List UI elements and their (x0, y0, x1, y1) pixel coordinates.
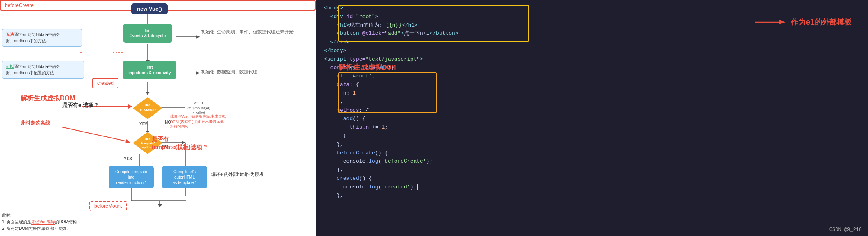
has-el-diamond: Has 'el' option? (132, 96, 163, 120)
red-arrow-icon (755, 18, 788, 26)
code-line-16: } (324, 132, 860, 141)
code-content: 作为el的外部模板 解析生成虚拟DOM <body> <div id="root… (316, 0, 868, 236)
code-line-12: }, (324, 98, 860, 107)
code-line-19: console.log('beforeCreate'); (324, 157, 860, 166)
compile-template-node: Compile template into render function * (109, 166, 154, 188)
lifecycle-diagram: new Vue() Init Events & Lifecycle Init i… (0, 0, 316, 236)
code-line-20: }, (324, 166, 860, 175)
code-editor-panel: 作为el的外部模板 解析生成虚拟DOM <body> <div id="root… (316, 0, 868, 236)
code-line-11: n: 1 (324, 89, 860, 98)
init-events-annotation: 初始化: 生命周期、事件、但数据代理还未开始. (201, 29, 295, 35)
before-mount-node: beforeMount (89, 201, 127, 211)
code-line-8: const vm = new Vue({ (324, 64, 860, 73)
code-line-22: console.log('created'); (324, 183, 860, 192)
parse-cn-text: 解析生成虚拟DOM (21, 94, 75, 103)
yes-label-2: YES (124, 157, 132, 161)
svg-marker-11 (196, 71, 200, 75)
svg-marker-29 (125, 139, 130, 143)
code-line-1: <body> (324, 4, 860, 13)
code-line-21: created() { (324, 175, 860, 183)
svg-marker-9 (196, 35, 200, 39)
svg-marker-4 (146, 92, 150, 95)
svg-text:Has: Has (145, 137, 150, 141)
svg-marker-38 (779, 20, 786, 24)
code-line-9: el: '#root', (324, 72, 860, 81)
new-vue-node: new Vue() (131, 3, 168, 14)
code-line-18: beforeCreate() { (324, 149, 860, 158)
vue-parse-annotation: 此阶段Vue开始解析模板,生成虚拟DOM (内存中),页面还不能显示解析好的内容… (170, 114, 226, 129)
code-line-6: </body> (324, 47, 860, 55)
annotation-before-create: 无法通过vm访问到data中的数据、methods中的方法. (2, 29, 82, 47)
parse-overlay-text: 解析生成虚拟DOM (338, 62, 396, 72)
csdn-watermark: CSDN @9_216 (829, 227, 862, 233)
code-line-13: methods: { (324, 107, 860, 115)
compile-outer-node: Compile el's outerHTML as template * (162, 166, 207, 188)
code-line-17: }, (324, 141, 860, 149)
svg-text:'el' option?: 'el' option? (139, 108, 156, 111)
code-line-23: }, (324, 192, 860, 200)
this-line-text: 此时走这条线 (21, 120, 50, 127)
svg-marker-25 (158, 204, 162, 207)
created-node: created (92, 78, 118, 88)
svg-line-28 (62, 127, 127, 141)
annotation-created: 可以通过vm访问到data中的数据、methods中配置的方法. (2, 61, 84, 79)
code-line-10: data: { (324, 81, 860, 89)
init-inject-annotation: 初始化: 数据监测、数据代理. (201, 69, 259, 75)
init-inject-node: Init injections & reactivity (123, 61, 176, 79)
code-line-14: add() { (324, 115, 860, 123)
code-line-4: <button @click="add">点一下n+1</button> (324, 30, 860, 38)
yes-label-1: YES (139, 122, 148, 126)
compile-outer-cn-text: 编译el的外部html作为模板 (211, 171, 264, 177)
bottom-annotation: 此时: 1. 页面呈现的是未经Vue编译的DOM结构. 2. 所有对DOM的操作… (2, 212, 78, 232)
svg-marker-27 (128, 104, 132, 109)
is-template-text: 是否有template(模板)选项？ (152, 135, 208, 151)
code-line-5: </div> (324, 38, 860, 47)
code-line-15: this.n += 1; (324, 123, 860, 132)
svg-text:Has: Has (145, 103, 151, 107)
init-events-node: Init Events & Lifecycle (123, 24, 172, 43)
outer-template-label: 作为el的外部模板 (755, 17, 852, 27)
code-line-7: <script type="text/javascript"> (324, 55, 860, 64)
